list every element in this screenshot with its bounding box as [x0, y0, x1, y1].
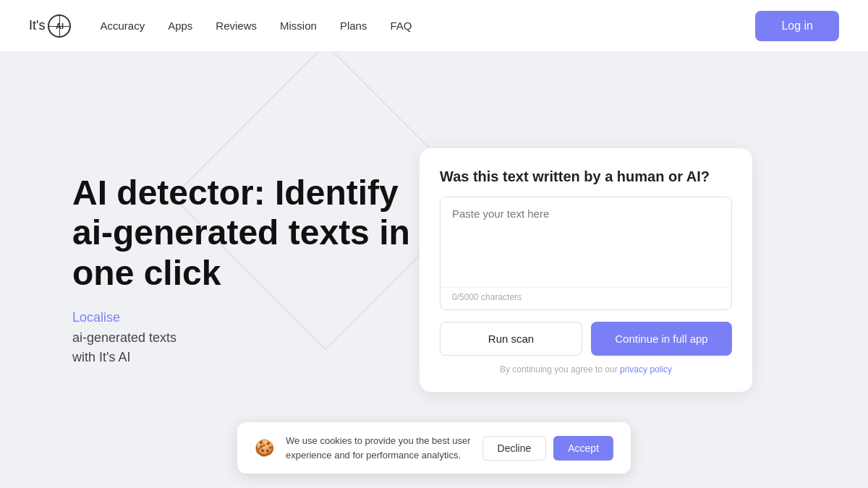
- localise-link[interactable]: Localise: [72, 310, 420, 325]
- text-input-container: 0/5000 characters: [440, 197, 732, 310]
- cookie-buttons: Decline Accept: [482, 436, 614, 461]
- char-count: 0/5000 characters: [441, 287, 731, 309]
- nav-link-apps[interactable]: Apps: [168, 20, 192, 32]
- logo[interactable]: It's AI: [29, 14, 71, 38]
- nav-link-faq[interactable]: FAQ: [390, 20, 412, 32]
- nav-link-reviews[interactable]: Reviews: [216, 20, 257, 32]
- nav-link-accuracy[interactable]: Accuracy: [100, 20, 145, 32]
- cookie-text: We use cookies to provide you the best u…: [286, 434, 471, 462]
- nav-link-mission[interactable]: Mission: [280, 20, 317, 32]
- text-input[interactable]: [441, 197, 731, 284]
- run-scan-button[interactable]: Run scan: [440, 322, 582, 356]
- nav-links: Accuracy Apps Reviews Mission Plans FAQ: [100, 20, 412, 32]
- detector-card: Was this text written by a human or AI? …: [420, 148, 752, 392]
- card-title: Was this text written by a human or AI?: [440, 168, 732, 185]
- login-button[interactable]: Log in: [755, 11, 839, 41]
- full-app-button[interactable]: Continue in full app: [591, 322, 732, 356]
- card-buttons: Run scan Continue in full app: [440, 322, 732, 356]
- cookie-banner: 🍪 We use cookies to provide you the best…: [237, 422, 631, 474]
- logo-icon: AI: [48, 14, 71, 38]
- privacy-note: By continuing you agree to our privacy p…: [440, 364, 732, 374]
- cookie-icon: 🍪: [255, 439, 274, 458]
- hero-subtext: ai-generated texts with It's AI: [72, 328, 420, 367]
- logo-text: It's: [29, 18, 45, 33]
- accept-button[interactable]: Accept: [553, 436, 613, 461]
- privacy-link[interactable]: privacy policy: [620, 364, 672, 374]
- navbar: It's AI Accuracy Apps Reviews Mission Pl…: [0, 0, 868, 52]
- decline-button[interactable]: Decline: [482, 436, 547, 461]
- hero-title: AI detector: Identify ai-generated texts…: [72, 173, 420, 293]
- navbar-left: It's AI Accuracy Apps Reviews Mission Pl…: [29, 14, 412, 38]
- nav-link-plans[interactable]: Plans: [340, 20, 367, 32]
- hero-section: AI detector: Identify ai-generated texts…: [72, 173, 420, 367]
